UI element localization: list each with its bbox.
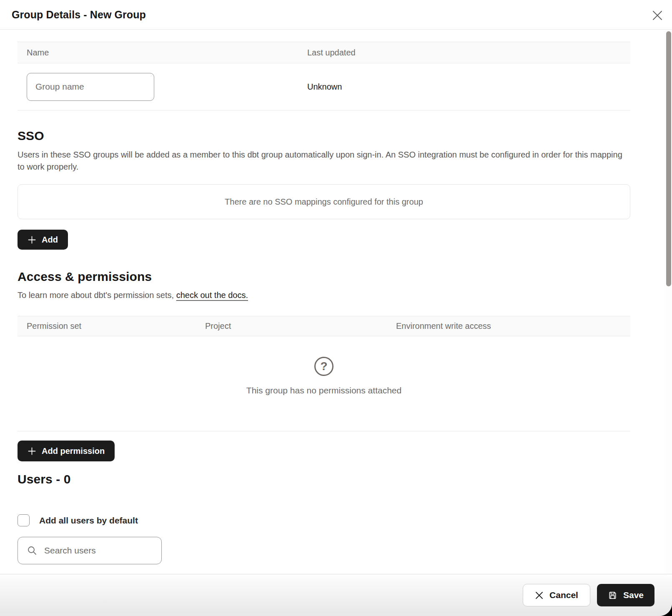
close-icon (652, 10, 663, 21)
cancel-button[interactable]: Cancel (523, 584, 590, 606)
search-icon (27, 546, 37, 556)
permissions-empty-state: ? This group has no permissions attached (18, 336, 630, 431)
modal-header: Group Details - New Group (0, 0, 672, 30)
add-permission-label: Add permission (42, 446, 105, 456)
users-section-heading: Users - 0 (18, 472, 648, 486)
scrollbar-thumb[interactable] (666, 31, 671, 286)
page-title: Group Details - New Group (12, 9, 146, 21)
search-users-input[interactable] (44, 546, 144, 556)
cancel-x-icon (535, 591, 544, 600)
name-table-header-row: Name Last updated (18, 42, 630, 63)
scrollbar-track[interactable] (665, 30, 672, 574)
plus-icon (28, 235, 36, 244)
permission-set-column-header: Permission set (18, 321, 196, 331)
group-name-input[interactable] (27, 73, 154, 101)
add-all-users-label[interactable]: Add all users by default (39, 516, 138, 526)
permissions-empty-state-text: This group has no permissions attached (246, 386, 401, 396)
environment-write-access-column-header: Environment write access (387, 321, 491, 331)
add-all-users-row: Add all users by default (18, 514, 648, 526)
search-users-field[interactable] (18, 537, 162, 564)
modal-body: Name Last updated Unknown SSO Users in t… (0, 30, 672, 574)
permissions-table-header-row: Permission set Project Environment write… (18, 316, 630, 336)
sso-empty-state-text: There are no SSO mappings configured for… (225, 197, 423, 207)
add-sso-mapping-label: Add (42, 235, 58, 245)
cancel-label: Cancel (549, 590, 578, 600)
add-sso-mapping-button[interactable]: Add (18, 230, 68, 250)
save-label: Save (623, 590, 644, 600)
sso-empty-state: There are no SSO mappings configured for… (18, 184, 630, 219)
help-circle-icon: ? (314, 357, 333, 376)
project-column-header: Project (196, 321, 387, 331)
last-updated-value: Unknown (298, 82, 342, 92)
group-name-cell (18, 73, 298, 101)
save-button[interactable]: Save (597, 584, 654, 606)
modal-footer: Cancel Save (0, 574, 672, 616)
add-all-users-checkbox[interactable] (18, 514, 30, 526)
sso-section-description: Users in these SSO groups will be added … (18, 149, 629, 173)
permissions-description-text: To learn more about dbt's permission set… (18, 290, 176, 300)
permissions-table: Permission set Project Environment write… (18, 316, 630, 431)
permissions-section-heading: Access & permissions (18, 270, 648, 284)
plus-icon (28, 447, 36, 456)
permissions-section-description: To learn more about dbt's permission set… (18, 290, 648, 300)
name-table-row: Unknown (18, 63, 630, 110)
group-details-modal: Group Details - New Group Name Last upda… (0, 0, 672, 616)
group-name-table: Name Last updated Unknown (18, 42, 630, 110)
add-permission-button[interactable]: Add permission (18, 441, 115, 461)
docs-link[interactable]: check out the docs. (176, 290, 248, 300)
name-column-header: Name (18, 48, 298, 58)
save-floppy-icon (608, 591, 617, 600)
close-button[interactable] (651, 9, 664, 22)
last-updated-column-header: Last updated (298, 48, 356, 58)
sso-section-heading: SSO (18, 129, 648, 143)
